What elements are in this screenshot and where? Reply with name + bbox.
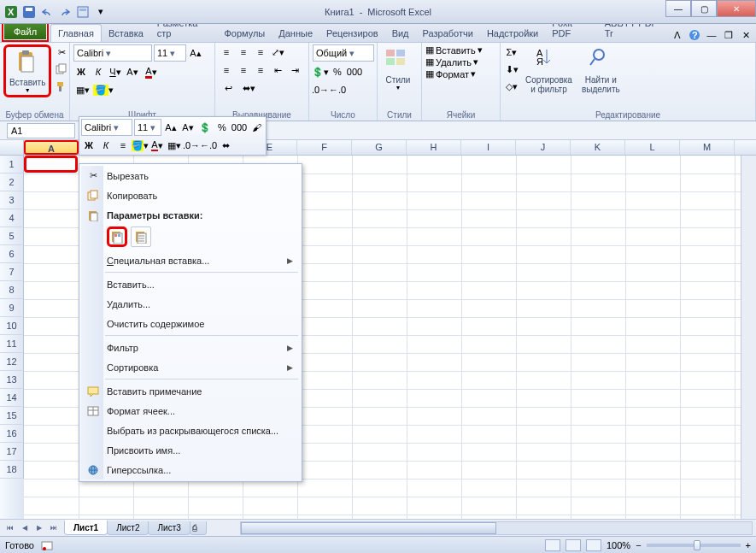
view-normal-icon[interactable] [545,539,560,551]
ctx-format-cells[interactable]: Формат ячеек... [81,401,300,421]
mdi-minimize-icon[interactable]: ― [705,28,718,42]
save-icon[interactable] [21,4,37,20]
mini-inc-dec-icon[interactable]: .0→ [184,138,199,153]
col-header[interactable]: K [571,140,625,155]
mini-merge-icon[interactable]: ⬌ [218,138,233,153]
tab-review[interactable]: Рецензиров [319,25,385,42]
row-header[interactable]: 2 [0,174,24,191]
align-middle-icon[interactable]: ≡ [236,44,251,60]
autosum-icon[interactable]: Σ▾ [504,44,519,60]
clear-icon[interactable]: ◇▾ [504,79,519,94]
indent-inc-icon[interactable]: ⇥ [287,62,302,78]
col-header[interactable]: F [297,140,352,155]
align-left-icon[interactable]: ≡ [219,62,234,78]
row-header[interactable]: 18 [0,461,24,479]
copy-icon[interactable] [54,62,69,77]
ctx-insert-comment[interactable]: Вставить примечание [81,381,300,401]
ctx-pick-list[interactable]: Выбрать из раскрывающегося списка... [81,421,300,440]
ctx-clear[interactable]: Очистить содержимое [81,314,300,333]
mini-size-combo[interactable]: 11▾ [134,119,161,136]
mini-bold-icon[interactable]: Ж [81,138,97,153]
inc-decimal-icon[interactable]: .0→ [313,82,328,97]
mini-comma-icon[interactable]: 000 [231,120,247,135]
ctx-sort[interactable]: Сортировка▶ [81,357,300,377]
view-pagebreak-icon[interactable] [586,539,601,551]
cells-format-button[interactable]: ▦Формат ▾ [425,68,476,79]
align-center-icon[interactable]: ≡ [236,62,251,78]
col-header-a[interactable]: A [24,140,79,155]
font-size-combo[interactable]: 11▾ [154,44,186,62]
col-header[interactable]: M [680,140,735,155]
number-format-combo[interactable]: Общий▾ [313,44,374,62]
currency-icon[interactable]: 💲▾ [313,64,328,79]
sheet-next-icon[interactable]: ▶ [32,521,46,535]
align-bottom-icon[interactable]: ≡ [253,44,268,60]
row-header[interactable]: 17 [0,443,24,461]
tab-home[interactable]: Главная [50,24,102,42]
tab-view[interactable]: Вид [385,25,416,42]
align-right-icon[interactable]: ≡ [253,62,268,78]
row-header[interactable]: 10 [0,317,24,335]
find-select-button[interactable]: Найти и выделить [578,44,624,96]
minimize-button[interactable]: ― [665,0,691,17]
row-header[interactable]: 3 [0,191,24,209]
indent-dec-icon[interactable]: ⇤ [270,62,285,78]
paste-option-all[interactable] [107,226,127,247]
sort-filter-button[interactable]: AЯ Сортировка и фильтр [522,44,576,96]
qat-dropdown-icon[interactable]: ▾ [93,4,108,20]
ctx-paste-special[interactable]: Специальная вставка... ▶ [81,250,300,270]
font-name-combo[interactable]: Calibri▾ [73,44,152,62]
col-header[interactable]: I [461,140,516,155]
mini-shrink-font-icon[interactable]: A▾ [180,120,196,135]
mini-grow-font-icon[interactable]: A▴ [163,120,179,135]
sheet-tab-3[interactable]: Лист3 [148,521,190,535]
mini-italic-icon[interactable]: К [98,138,114,153]
mini-fill-icon[interactable]: 🪣▾ [132,138,148,153]
increase-font-icon[interactable]: A▴ [188,45,203,61]
cell-styles-button[interactable]: Стили ▼ [381,44,415,92]
ctx-delete[interactable]: Удалить... [81,294,300,314]
ctx-define-name[interactable]: Присвоить имя... [81,440,300,460]
tab-developer[interactable]: Разработчи [416,25,480,42]
tab-file[interactable]: Файл [2,21,49,42]
orientation-icon[interactable]: ⤢▾ [270,44,285,60]
mini-align-icon[interactable]: ≡ [115,138,131,153]
row-header[interactable]: 11 [0,335,24,353]
col-header[interactable]: H [407,140,461,155]
percent-icon[interactable]: % [330,64,345,79]
cut-icon[interactable]: ✂ [54,44,69,60]
mini-font-combo[interactable]: Calibri▾ [81,119,132,136]
name-box[interactable]: A1 [7,123,75,138]
dec-decimal-icon[interactable]: ←.0 [330,82,345,97]
row-header[interactable]: 9 [0,299,24,317]
excel-icon[interactable]: X [3,4,19,20]
ctx-insert[interactable]: Вставить... [81,274,300,294]
close-button[interactable]: ✕ [717,0,756,17]
mini-font-color-icon[interactable]: A▾ [149,138,165,153]
ctx-cut[interactable]: ✂ Вырезать [81,166,300,185]
zoom-thumb[interactable] [694,540,700,550]
zoom-slider[interactable] [647,544,741,547]
sheet-tab-1[interactable]: Лист1 [64,520,108,535]
row-header[interactable]: 16 [0,425,24,443]
row-header[interactable]: 14 [0,389,24,407]
zoom-out-button[interactable]: − [636,540,641,550]
col-header[interactable]: L [625,140,680,155]
hscroll-thumb[interactable] [241,522,496,534]
italic-icon[interactable]: К [91,64,106,79]
row-header[interactable]: 7 [0,263,24,281]
underline-icon[interactable]: Ч▾ [108,64,123,79]
undo-icon[interactable] [39,4,55,20]
mini-format-painter-icon[interactable]: 🖌 [249,120,264,135]
mdi-restore-icon[interactable]: ❐ [722,28,735,42]
paste-button[interactable]: Вставить ▼ [3,44,51,97]
redo-icon[interactable] [57,4,73,20]
row-header[interactable]: 12 [0,353,24,371]
row-header[interactable]: 8 [0,281,24,299]
cells-insert-button[interactable]: ▦Вставить ▾ [425,44,483,56]
ctx-filter[interactable]: Фильтр▶ [81,338,300,357]
borders-icon[interactable]: ▦▾ [73,82,92,97]
selected-cell-a1[interactable] [24,156,78,173]
tab-data[interactable]: Данные [272,25,319,42]
minimize-ribbon-icon[interactable]: ᐱ [671,28,684,42]
